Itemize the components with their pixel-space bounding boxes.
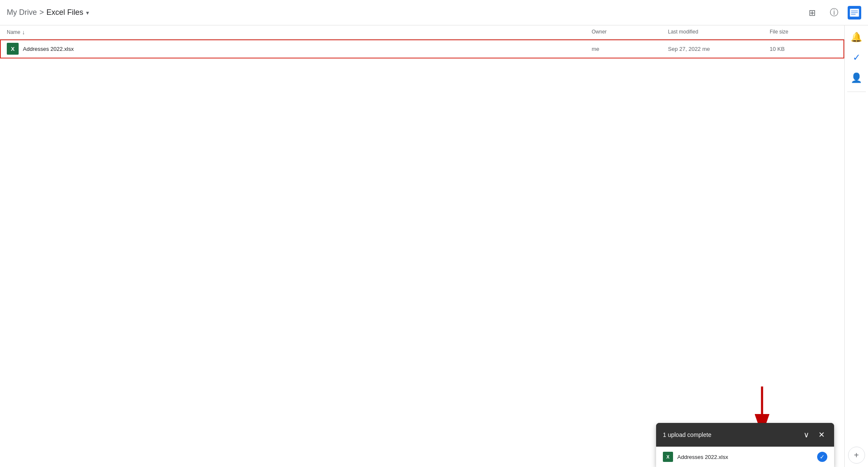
sort-icon: ↓ (22, 29, 25, 36)
chevron-down-icon[interactable]: ▾ (86, 9, 89, 16)
info-icon: ⓘ (830, 7, 838, 18)
header-actions: ⊞ ⓘ (804, 4, 861, 21)
people-icon: 👤 (851, 72, 862, 83)
grid-icon: ⊞ (809, 8, 816, 18)
table-header: Name ↓ Owner Last modified File size (0, 25, 844, 39)
svg-rect-4 (851, 14, 856, 14)
grid-view-button[interactable]: ⊞ (804, 4, 821, 21)
contacts-button[interactable]: 👤 (848, 69, 865, 86)
file-size: 10 KB (770, 46, 837, 52)
upload-toast: 1 upload complete ∨ ✕ X Addresses 2022.x… (656, 423, 834, 467)
toast-file-icon: X (663, 452, 673, 462)
breadcrumb-separator: > (39, 8, 44, 17)
toast-collapse-button[interactable]: ∨ (800, 429, 812, 441)
col-name-label: Name (7, 29, 20, 35)
toast-title: 1 upload complete (663, 431, 711, 438)
close-icon: ✕ (818, 430, 825, 439)
sidebar-divider (847, 92, 866, 92)
right-sidebar: 🔔 ✓ 👤 + (844, 25, 868, 467)
toast-file-name: Addresses 2022.xlsx (677, 454, 813, 460)
breadcrumb: My Drive > Excel Files ▾ (7, 8, 89, 17)
col-owner: Owner (592, 29, 668, 36)
file-name: Addresses 2022.xlsx (23, 46, 74, 52)
plus-icon: + (854, 450, 859, 460)
sheets-app-icon[interactable] (848, 6, 861, 19)
svg-rect-3 (851, 12, 858, 13)
file-owner: me (592, 46, 668, 52)
toast-body: X Addresses 2022.xlsx ✓ (656, 447, 834, 467)
col-file-size: File size (770, 29, 837, 36)
toast-actions: ∨ ✕ (800, 429, 827, 441)
header: My Drive > Excel Files ▾ ⊞ ⓘ (0, 0, 868, 25)
toast-check-icon: ✓ (817, 452, 827, 462)
tasks-button[interactable]: ✓ (848, 49, 865, 66)
file-area: Name ↓ Owner Last modified File size X A… (0, 25, 844, 467)
file-name-cell: X Addresses 2022.xlsx (7, 43, 592, 55)
file-modified: Sep 27, 2022 me (668, 46, 770, 52)
chevron-down-icon: ∨ (804, 430, 809, 439)
add-button[interactable]: + (848, 447, 865, 464)
col-name[interactable]: Name ↓ (7, 29, 592, 36)
task-icon: ✓ (853, 52, 860, 63)
toast-header: 1 upload complete ∨ ✕ (656, 423, 834, 447)
svg-rect-2 (851, 10, 858, 11)
toast-close-button[interactable]: ✕ (815, 429, 827, 441)
breadcrumb-my-drive[interactable]: My Drive (7, 8, 37, 17)
breadcrumb-folder[interactable]: Excel Files ▾ (47, 8, 89, 17)
info-button[interactable]: ⓘ (826, 4, 843, 21)
breadcrumb-folder-name: Excel Files (47, 8, 83, 17)
table-row[interactable]: X Addresses 2022.xlsx me Sep 27, 2022 me… (0, 39, 844, 58)
main-area: Name ↓ Owner Last modified File size X A… (0, 25, 868, 467)
col-last-modified: Last modified (668, 29, 770, 36)
bell-icon: 🔔 (851, 32, 862, 43)
excel-file-icon: X (7, 43, 19, 55)
notification-button[interactable]: 🔔 (848, 29, 865, 46)
